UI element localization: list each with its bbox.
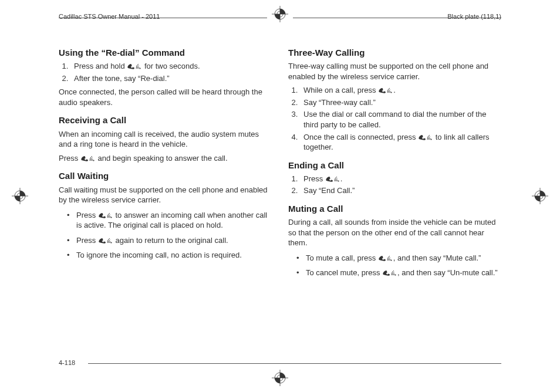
list-item: Use the dial or call command to dial the… <box>300 109 501 130</box>
list-item: To cancel mute, press , and then say “Un… <box>300 268 501 278</box>
svg-point-19 <box>110 242 112 243</box>
text: Press <box>303 174 325 183</box>
heading-redial: Using the “Re-dial” Command <box>59 47 272 59</box>
text: To cancel mute, press <box>306 268 382 277</box>
heading-call-waiting: Call Waiting <box>59 170 272 182</box>
body-text: When an incoming call is received, the a… <box>59 129 272 150</box>
text: and begin speaking to answer the call. <box>96 154 228 163</box>
left-column: Using the “Re-dial” Command Press and ho… <box>59 47 272 351</box>
footer-rule <box>88 363 501 364</box>
svg-point-18 <box>110 217 112 218</box>
heading-receiving: Receiving a Call <box>59 114 272 126</box>
svg-point-16 <box>140 68 141 69</box>
reg-mark-bottom <box>272 370 288 386</box>
page: Cadillac STS Owner Manual - 2011 Black p… <box>0 0 560 392</box>
reg-mark-left <box>12 188 28 204</box>
list-item: Press and hold for two seconds. <box>70 61 272 72</box>
phone-voice-icon <box>127 62 142 69</box>
phone-voice-icon <box>98 236 113 244</box>
text: . <box>340 174 343 183</box>
svg-point-20 <box>391 92 392 93</box>
body-text: Once connected, the person called will b… <box>59 87 272 107</box>
page-number: 4-118 <box>59 359 75 366</box>
phone-voice-icon <box>80 154 96 161</box>
body-text: Three-way calling must be supported on t… <box>288 61 501 82</box>
print-footer: 4-118 <box>59 359 501 369</box>
list-item: While on a call, press . <box>300 85 501 96</box>
svg-point-21 <box>431 138 432 140</box>
text: Press <box>76 211 98 219</box>
content-area: Using the “Re-dial” Command Press and ho… <box>59 47 501 351</box>
list-item: To mute a call, press , and then say “Mu… <box>300 253 501 263</box>
list-item: Say “End Call.” <box>300 185 501 196</box>
body-text: Call waiting must be supported on the ce… <box>59 185 272 205</box>
text: . <box>393 86 396 94</box>
text: Once the call is connected, press <box>303 133 418 141</box>
body-text: Press and begin speaking to answer the c… <box>59 153 272 164</box>
list-item: Press . <box>300 174 501 184</box>
heading-ending: Ending a Call <box>288 160 501 171</box>
redial-steps: Press and hold for two seconds. After th… <box>59 61 272 83</box>
text: , and then say “Mute call.” <box>393 254 481 262</box>
text: for two seconds. <box>142 62 200 70</box>
list-item: Press to answer an incoming call when an… <box>70 210 272 231</box>
heading-muting: Muting a Call <box>288 203 501 215</box>
text: Press <box>59 154 80 163</box>
header-plate-label: Black plate (118,1) <box>447 13 501 20</box>
svg-point-17 <box>93 160 94 161</box>
ending-steps: Press . Say “End Call.” <box>288 174 501 196</box>
call-waiting-list: Press to answer an incoming call when an… <box>59 210 272 261</box>
phone-voice-icon <box>378 254 393 261</box>
text: , and then say “Un-mute call.” <box>397 268 498 277</box>
three-way-steps: While on a call, press . Say “Three-way … <box>288 85 501 152</box>
phone-voice-icon <box>378 86 393 93</box>
right-column: Three-Way Calling Three-way calling must… <box>288 47 501 351</box>
svg-point-23 <box>390 259 392 261</box>
svg-point-22 <box>338 180 339 181</box>
body-text: During a call, all sounds from inside th… <box>288 217 501 248</box>
svg-point-24 <box>394 275 396 276</box>
phone-voice-icon <box>98 211 113 218</box>
phone-voice-icon <box>418 133 433 140</box>
list-item: Press again to return to the original ca… <box>70 235 272 246</box>
heading-three-way: Three-Way Calling <box>288 47 501 59</box>
list-item: Say “Three-way call.” <box>300 97 501 108</box>
text: again to return to the original call. <box>113 236 228 245</box>
text: Press and hold <box>74 62 127 70</box>
reg-mark-right <box>532 188 548 204</box>
text: Press <box>76 236 98 245</box>
phone-voice-icon <box>382 269 397 276</box>
list-item: Once the call is connected, press to lin… <box>300 132 501 153</box>
list-item: To ignore the incoming call, no action i… <box>70 250 272 261</box>
list-item: After the tone, say “Re-dial.” <box>70 73 272 84</box>
header-doc-title: Cadillac STS Owner Manual - 2011 <box>59 13 160 20</box>
phone-voice-icon <box>325 175 340 182</box>
print-header: Cadillac STS Owner Manual - 2011 Black p… <box>0 12 560 25</box>
text: To mute a call, press <box>306 254 378 262</box>
muting-list: To mute a call, press , and then say “Mu… <box>288 253 501 278</box>
text: While on a call, press <box>303 86 378 94</box>
